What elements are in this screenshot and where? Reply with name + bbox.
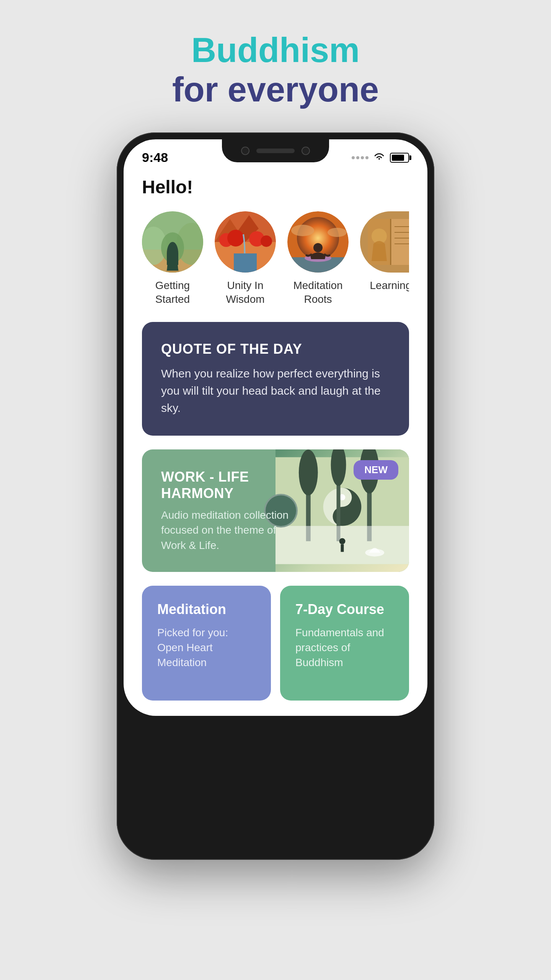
- greeting-text: Hello!: [142, 176, 409, 198]
- category-meditation-roots[interactable]: MeditationRoots: [287, 211, 349, 307]
- bottom-cards: Meditation Picked for you: Open Heart Me…: [142, 586, 409, 701]
- svg-rect-50: [341, 544, 344, 552]
- category-unity-wisdom[interactable]: Unity InWisdom: [215, 211, 276, 307]
- headline-line1: Buddhism: [172, 31, 379, 70]
- category-label-getting-started: GettingStarted: [155, 279, 190, 307]
- course-card-title: 7-Day Course: [295, 601, 394, 617]
- svg-point-5: [161, 232, 184, 263]
- svg-point-24: [328, 228, 347, 237]
- category-circle-meditation-roots: [287, 211, 349, 273]
- quote-title: QUOTE OF THE DAY: [161, 341, 390, 357]
- category-label-learning: Learning: [370, 279, 409, 292]
- category-label-meditation-roots: MeditationRoots: [293, 279, 342, 307]
- svg-point-7: [170, 247, 176, 253]
- category-circle-unity-wisdom: [215, 211, 276, 273]
- svg-point-23: [291, 225, 314, 236]
- course-card[interactable]: 7-Day Course Fundamentals and practices …: [280, 586, 409, 701]
- headline-line2: for everyone: [172, 70, 379, 109]
- app-content: Hello!: [124, 169, 427, 716]
- signal-dot-1: [352, 156, 355, 159]
- svg-rect-19: [234, 253, 257, 273]
- meditation-card-desc: Picked for you: Open Heart Meditation: [157, 625, 256, 670]
- svg-point-27: [313, 243, 323, 252]
- feature-banner[interactable]: WORK - LIFE HARMONY Audio meditation col…: [142, 449, 409, 572]
- wifi-icon: [373, 152, 385, 164]
- svg-point-15: [227, 230, 244, 247]
- camera-icon: [241, 147, 249, 155]
- speaker-icon: [256, 149, 295, 153]
- meditation-card-title: Meditation: [157, 601, 256, 617]
- category-getting-started[interactable]: GettingStarted: [142, 211, 203, 307]
- feature-banner-content: WORK - LIFE HARMONY Audio meditation col…: [142, 449, 316, 572]
- category-circle-getting-started: [142, 211, 203, 273]
- signal-dots: [352, 156, 368, 159]
- meditation-card[interactable]: Meditation Picked for you: Open Heart Me…: [142, 586, 271, 701]
- course-card-desc: Fundamentals and practices of Buddhism: [295, 625, 394, 670]
- quote-card: QUOTE OF THE DAY When you realize how pe…: [142, 322, 409, 436]
- svg-point-49: [339, 538, 346, 544]
- categories-row: GettingStarted: [142, 211, 409, 307]
- headline: Buddhism for everyone: [172, 31, 379, 109]
- status-time: 9:48: [142, 150, 168, 165]
- svg-rect-6: [171, 252, 174, 265]
- category-learning[interactable]: Learning: [360, 211, 409, 307]
- signal-dot-2: [356, 156, 359, 159]
- phone-notch: [222, 139, 329, 162]
- phone-screen: 9:48: [124, 139, 427, 716]
- feature-description: Audio meditation collection focused on t…: [161, 508, 297, 553]
- battery-fill: [392, 155, 404, 161]
- svg-point-17: [261, 235, 272, 247]
- feature-title: WORK - LIFE HARMONY: [161, 469, 297, 501]
- new-badge: NEW: [354, 460, 398, 480]
- status-icons: [352, 152, 409, 164]
- battery-icon: [390, 153, 409, 163]
- signal-dot-4: [365, 156, 368, 159]
- category-label-unity-wisdom: Unity InWisdom: [226, 279, 264, 307]
- camera-icon-2: [302, 147, 310, 155]
- category-circle-learning: [360, 211, 409, 273]
- phone-frame: 9:48: [117, 132, 434, 860]
- signal-dot-3: [361, 156, 364, 159]
- quote-text: When you realize how perfect everything …: [161, 365, 390, 416]
